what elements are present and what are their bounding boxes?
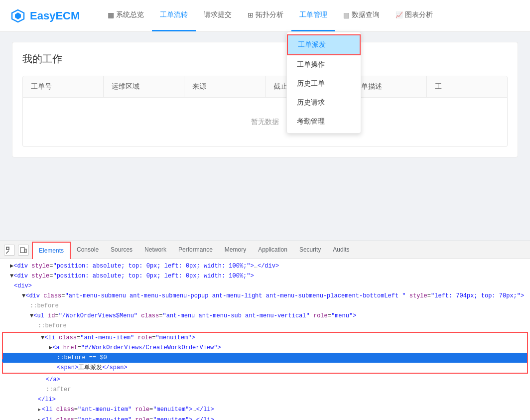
topology-icon: ⊞ [248, 11, 254, 19]
col-extra: 工 [427, 76, 507, 97]
dashboard-icon: ▦ [108, 11, 114, 19]
nav-item-dashboard[interactable]: ▦ 系统总览 [100, 0, 152, 31]
col-region: 运维区域 [104, 76, 184, 97]
workorder-dropdown-menu: 工单派发 工单操作 历史工单 历史请求 考勤管理 [286, 32, 361, 134]
devtools-tab-application[interactable]: Application [252, 241, 293, 259]
svg-rect-2 [6, 247, 9, 250]
table-header: 工单号 运维区域 来源 截止时间 派单描述 工 [23, 76, 507, 98]
work-order-table: 工单号 运维区域 来源 截止时间 派单描述 工 暂无数据 [22, 76, 508, 147]
dropdown-item-attendance[interactable]: 考勤管理 [287, 112, 361, 131]
svg-rect-5 [25, 249, 26, 253]
code-line-5[interactable]: ::before [0, 301, 530, 311]
devtools-tab-audits[interactable]: Audits [327, 241, 355, 259]
nav-item-chart-analysis[interactable]: 📈 图表分析 [388, 0, 441, 31]
chart-icon: 📈 [396, 11, 403, 18]
nav-items: ▦ 系统总览 工单流转 请求提交 ⊞ 拓扑分析 工单管理 工单派发 工单操作 历… [100, 0, 520, 31]
page-title: 我的工作 [22, 52, 508, 66]
code-line-6[interactable]: ▼<ul id="/WorkOrderViews$Menu" class="an… [0, 311, 530, 321]
devtools-tab-elements[interactable]: Elements [32, 242, 71, 259]
devtools-inspect-btn[interactable] [4, 245, 15, 256]
devtools-tab-sources[interactable]: Sources [105, 241, 138, 259]
devtools-tabbar: Elements Console Sources Network Perform… [0, 241, 530, 259]
nav-item-workflow[interactable]: 工单流转 [152, 0, 196, 31]
data-query-icon: ▤ [343, 11, 350, 19]
code-line-3[interactable]: <div> [0, 281, 530, 291]
selection-box: ▼<li class="ant-menu-item" role="menuite… [2, 332, 528, 347]
dropdown-item-history-order[interactable]: 历史工单 [287, 74, 361, 93]
page-card: 我的工作 工单号 运维区域 来源 截止时间 派单描述 工 暂无数据 [12, 42, 518, 157]
devtools-tab-memory[interactable]: Memory [219, 241, 252, 259]
code-line-2[interactable]: ▼<div style="position: absolute; top: 0p… [0, 271, 530, 281]
devtools-panel: Elements Console Sources Network Perform… [0, 241, 530, 347]
dropdown-item-history-request[interactable]: 历史请求 [287, 93, 361, 112]
nav-item-data-query[interactable]: ▤ 数据查询 [335, 0, 388, 31]
code-line-7[interactable]: ::before [0, 321, 530, 331]
devtools-tab-security[interactable]: Security [293, 241, 327, 259]
nav-item-request[interactable]: 请求提交 [196, 0, 240, 31]
devtools-content: ▶<div style="position: absolute; top: 0p… [0, 259, 530, 347]
devtools-tab-network[interactable]: Network [138, 241, 172, 259]
dropdown-item-operation[interactable]: 工单操作 [287, 55, 361, 74]
devtools-responsive-btn[interactable] [18, 245, 29, 256]
code-line-1[interactable]: ▶<div style="position: absolute; top: 0p… [0, 261, 530, 271]
col-source: 来源 [184, 76, 265, 97]
dropdown-item-dispatch[interactable]: 工单派发 [287, 34, 361, 55]
logo: EasyECM [10, 8, 80, 24]
code-line-4[interactable]: ▼<div class="ant-menu-submenu ant-menu-s… [0, 291, 530, 301]
logo-icon [10, 8, 26, 24]
col-order-no: 工单号 [23, 76, 104, 97]
nav-item-workorder-mgmt[interactable]: 工单管理 工单派发 工单操作 历史工单 历史请求 考勤管理 [291, 0, 335, 31]
code-line-8[interactable]: ▼<li class="ant-menu-item" role="menuite… [3, 333, 527, 343]
table-empty-text: 暂无数据 [23, 98, 507, 146]
top-navigation: EasyECM ▦ 系统总览 工单流转 请求提交 ⊞ 拓扑分析 工单管理 工单派… [0, 0, 530, 32]
svg-line-3 [6, 251, 9, 254]
svg-rect-4 [20, 248, 24, 253]
nav-item-topology[interactable]: ⊞ 拓扑分析 [240, 0, 291, 31]
code-line-9[interactable]: ▶<a href="#/WorkOrderViews/CreateWorkOrd… [3, 343, 527, 347]
devtools-tab-console[interactable]: Console [71, 241, 105, 259]
devtools-tab-performance[interactable]: Performance [172, 241, 219, 259]
svg-marker-1 [15, 12, 21, 19]
logo-text: EasyECM [30, 9, 80, 22]
